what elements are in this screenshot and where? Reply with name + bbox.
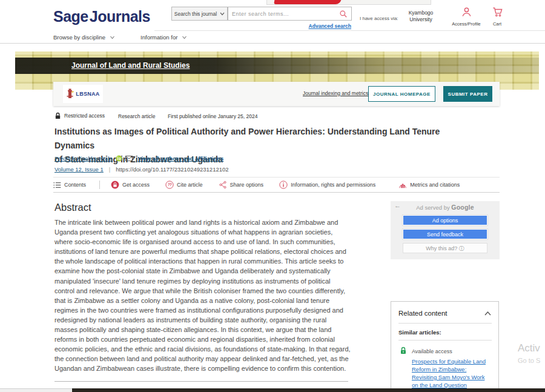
lbsnaa-emblem-icon (66, 88, 74, 99)
institution-name: Kyambogo University (401, 10, 441, 23)
quote-icon (165, 181, 174, 189)
taskbar-dark-segment[interactable] (72, 388, 545, 392)
google-logo-text: Google (451, 204, 474, 211)
divider-pipe: | (109, 166, 110, 173)
article-type: Research article (118, 113, 155, 119)
search-scope-label: Search this journal (174, 11, 217, 17)
institution-line1: Kyambogo (401, 10, 441, 16)
related-divider (398, 323, 492, 324)
cite-article-label: Cite article (177, 182, 203, 188)
profile-label: Access/Profile (448, 21, 484, 27)
logo-part-journals: Journals (90, 8, 150, 25)
cart-icon (492, 6, 503, 18)
person-icon (461, 6, 472, 18)
google-ad-panel: ← Ad served by Google Ad options Send fe… (391, 201, 500, 259)
journal-title-band: Journal of Land and Rural Studies (15, 58, 539, 74)
related-content-card: Related content Similar articles: Availa… (391, 301, 499, 392)
nav-browse-by-discipline[interactable]: Browse by discipline (53, 34, 115, 41)
bar-chart-icon (398, 181, 407, 189)
header-nav: Browse by discipline Information for (53, 34, 187, 41)
author-row: Fredrick Kisekka-Ntale View all authors … (54, 155, 223, 162)
info-rights-permissions-button[interactable]: Information, rights and permissions (279, 181, 375, 189)
get-access-button[interactable]: Get access (111, 181, 150, 189)
contents-label: Contents (64, 182, 86, 188)
author-link[interactable]: Fredrick Kisekka-Ntale (54, 155, 113, 162)
orcid-icon[interactable] (116, 155, 122, 162)
lock-icon (54, 112, 61, 120)
search-icon[interactable] (339, 10, 348, 18)
access-via-label: I have access via: (360, 16, 398, 21)
lbsnaa-logo[interactable]: LBSNAA (63, 85, 103, 103)
view-all-authors-link[interactable]: View all authors and affiliations (138, 155, 224, 162)
cart-label: Cart (487, 21, 507, 27)
ad-served-text: Ad served by (416, 204, 451, 211)
journal-indexing-link[interactable]: Journal indexing and metrics (303, 90, 368, 96)
info-rights-permissions-label: Information, rights and permissions (291, 182, 375, 188)
page: SageJournals Search this journal Advance… (0, 0, 545, 392)
taskbar-edge (0, 388, 545, 392)
why-this-ad-button[interactable]: Why this ad? ⓘ (403, 243, 487, 253)
chevron-up-icon[interactable] (484, 311, 491, 316)
top-ad-red-graphic (274, 0, 342, 4)
volume-issue-link[interactable]: Volume 12, Issue 1 (54, 166, 104, 173)
related-content-heading: Related content (398, 310, 448, 317)
activate-watermark-line1: Activ (518, 342, 540, 354)
nav-information-for[interactable]: Information for (140, 34, 187, 41)
similar-article-link[interactable]: Prospects for Equitable Land Reform in Z… (412, 357, 490, 389)
ad-options-button[interactable]: Ad options (403, 215, 487, 225)
metrics-citations-label: Metrics and citations (410, 182, 460, 188)
similar-articles-label: Similar articles: (398, 329, 441, 336)
chevron-down-icon (182, 36, 187, 39)
info-icon (279, 181, 288, 189)
cart-button[interactable]: Cart (487, 6, 507, 27)
header-sub-divider (154, 30, 545, 31)
locked-access-icon (111, 181, 119, 189)
metrics-citations-button[interactable]: Metrics and citations (398, 181, 460, 189)
institution-line2: University (401, 16, 441, 23)
doi-text: https://doi.org/10.1177/2321024923121210… (116, 166, 228, 173)
journal-homepage-button[interactable]: JOURNAL HOMEPAGE (368, 86, 435, 102)
abstract-heading: Abstract (54, 202, 91, 213)
header-divider (0, 43, 545, 44)
nav-browse-label: Browse by discipline (53, 34, 105, 41)
advanced-search-link[interactable]: Advanced search (291, 23, 351, 29)
available-access-label: Available access (412, 348, 452, 354)
search-input[interactable] (232, 7, 335, 20)
submit-paper-button[interactable]: SUBMIT PAPER (443, 86, 492, 102)
email-icon[interactable] (125, 156, 133, 161)
share-options-label: Share options (230, 182, 264, 188)
search-input-wrapper (228, 7, 352, 21)
article-toolbar: Contents Get access Cite article Share o… (53, 177, 500, 193)
journal-info-bar: LBSNAA Journal indexing and metrics JOUR… (53, 82, 500, 106)
chevron-down-icon (110, 36, 115, 39)
lbsnaa-logo-text: LBSNAA (76, 91, 99, 97)
search-scope-dropdown[interactable]: Search this journal (171, 7, 228, 21)
send-feedback-button[interactable]: Send feedback (403, 229, 487, 239)
ad-served-by-label: Ad served by Google (391, 204, 500, 211)
cite-article-button[interactable]: Cite article (165, 181, 203, 189)
activate-watermark-line2: Go to S (518, 357, 540, 364)
article-title-line1: Institutions as Images of Political Auth… (54, 125, 448, 153)
volume-doi-row: Volume 12, Issue 1 | https://doi.org/10.… (54, 166, 229, 173)
sage-journals-logo[interactable]: SageJournals (53, 8, 150, 25)
share-options-button[interactable]: Share options (219, 181, 264, 189)
available-access-lock-icon (400, 347, 407, 355)
share-icon (219, 181, 227, 189)
taskbar-left-segment (0, 388, 72, 392)
access-badge: Restricted access (54, 111, 105, 120)
toolbar-separator (99, 181, 100, 189)
nav-information-label: Information for (140, 34, 177, 41)
top-ad-fragment (266, 0, 431, 5)
chevron-down-icon (220, 12, 225, 16)
published-date: First published online January 25, 2024 (168, 113, 257, 119)
get-access-label: Get access (122, 182, 150, 188)
logo-part-sage: Sage (53, 8, 88, 25)
related-divider (398, 340, 492, 341)
journal-title-link[interactable]: Journal of Land and Rural Studies (71, 58, 190, 74)
access-profile-button[interactable]: Access/Profile (448, 6, 484, 27)
abstract-divider (54, 381, 348, 382)
contents-button[interactable]: Contents (53, 182, 86, 188)
contents-list-icon (53, 182, 61, 188)
abstract-text: The intricate link between political pow… (54, 218, 351, 374)
access-badge-label: Restricted access (64, 113, 105, 119)
